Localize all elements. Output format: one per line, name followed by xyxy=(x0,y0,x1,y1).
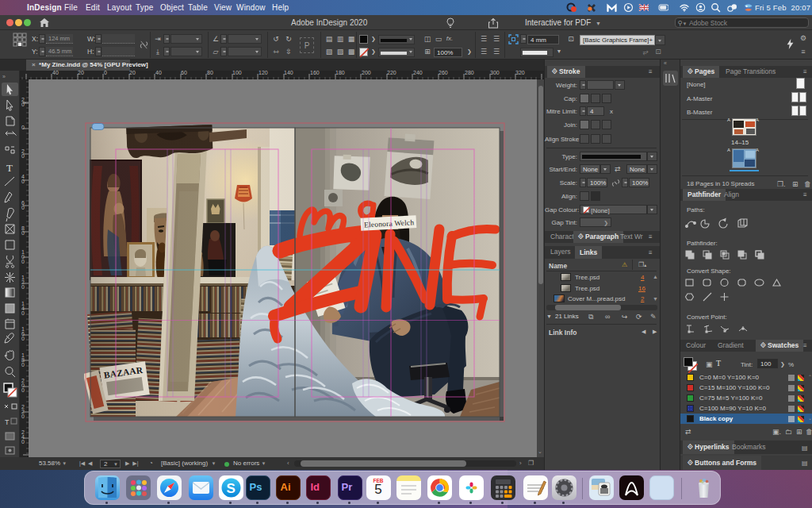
svg-text:S: S xyxy=(226,480,235,495)
svg-text:T: T xyxy=(5,418,10,426)
svg-text:T: T xyxy=(6,162,13,174)
